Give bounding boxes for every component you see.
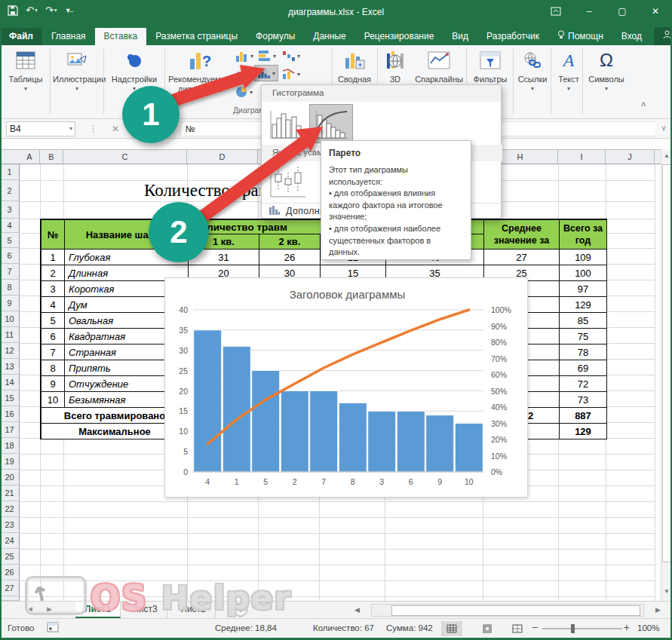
ribbon-tab-6[interactable]: Данные	[304, 28, 354, 45]
pareto-chart-thumbnail[interactable]	[310, 105, 352, 142]
sheet-tab-Лист2[interactable]: Лист2	[172, 602, 216, 618]
row-header-19[interactable]: 19	[0, 454, 20, 470]
ribbon-tab-8[interactable]: Вид	[443, 28, 477, 45]
horizontal-scrollbar[interactable]: ◀ ▶	[354, 604, 661, 617]
row-header-20[interactable]: 20	[0, 470, 20, 485]
column-header-I[interactable]: I	[558, 150, 606, 164]
row-header-17[interactable]: 17	[0, 422, 20, 438]
insert-column-chart-button[interactable]: ▾	[235, 50, 253, 62]
row-header-26[interactable]: 26	[0, 565, 20, 580]
sparklines-button[interactable]: Спарклайны	[413, 47, 465, 84]
row-header-10[interactable]: 10	[0, 311, 20, 327]
map-3d-button[interactable]: 3D	[379, 47, 412, 84]
links-button[interactable]: Ссылки▾	[516, 47, 549, 92]
sheet-tab-Лист3[interactable]: Лист3	[124, 602, 167, 618]
table-cell-n-row8: 8	[41, 360, 65, 376]
ribbon-tab-1[interactable]: Файл	[0, 28, 42, 45]
macro-record-icon[interactable]	[47, 622, 59, 634]
ribbon-tab-12[interactable]: Общий доступ	[654, 27, 672, 45]
column-header-J[interactable]: J	[606, 150, 655, 164]
row-header-21[interactable]: 21	[0, 485, 20, 501]
zoom-in-icon[interactable]: +	[624, 621, 630, 633]
pareto-chart[interactable]: 05101520253035400%10%20%30%40%50%60%70%8…	[164, 277, 528, 498]
ribbon-tab-label: Вставка	[104, 31, 138, 41]
page-layout-view-button[interactable]	[477, 621, 498, 636]
page-break-view-button[interactable]	[507, 621, 528, 636]
ribbon-display-options-icon[interactable]	[539, 0, 572, 23]
illustrations-button[interactable]: Иллюстрации▾	[53, 47, 101, 92]
svg-text:8: 8	[351, 477, 355, 486]
scroll-right-icon[interactable]: ▶	[655, 606, 661, 614]
ribbon-tab-11[interactable]: Вход	[612, 28, 651, 45]
ribbon-tab-5[interactable]: Формулы	[247, 28, 304, 45]
scroll-down-icon[interactable]: ▼	[664, 588, 670, 595]
row-header-24[interactable]: 24	[0, 533, 20, 549]
scroll-up-icon[interactable]: ▲	[664, 152, 670, 159]
tab-nav-left-icon[interactable]: ◀	[27, 605, 32, 613]
row-header-13[interactable]: 13	[0, 359, 20, 375]
row-header-5[interactable]: 5	[0, 233, 20, 248]
zoom-track[interactable]	[542, 628, 622, 629]
row-header-7[interactable]: 7	[0, 264, 20, 280]
row-header-15[interactable]: 15	[0, 390, 20, 406]
filters-button[interactable]: Фильтры	[469, 47, 511, 84]
add-sheet-button[interactable]: +	[234, 603, 247, 617]
scroll-left-icon[interactable]: ◀	[354, 606, 360, 614]
horizontal-scroll-track[interactable]	[371, 604, 644, 617]
zoom-handle[interactable]	[571, 624, 575, 633]
row-header-16[interactable]: 16	[0, 406, 20, 422]
row-header-1[interactable]: 1	[0, 164, 20, 180]
row-header-23[interactable]: 23	[0, 517, 20, 533]
row-header-6[interactable]: 6	[0, 248, 20, 264]
row-header-3[interactable]: 3	[0, 201, 20, 219]
ribbon-tab-7[interactable]: Рецензирование	[355, 28, 443, 45]
insert-combo-chart-button[interactable]: ▾	[282, 68, 300, 80]
row-header-27[interactable]: 27	[0, 580, 20, 596]
insert-pie-chart-button[interactable]: ▾	[235, 86, 253, 98]
column-header-B[interactable]: B	[40, 150, 63, 164]
expand-formula-bar-icon[interactable]: ˅	[655, 124, 672, 133]
pivot-chart-button[interactable]: Сводная	[335, 47, 374, 84]
sheet-tab-Лист1[interactable]: Лист1	[75, 602, 121, 618]
insert-waterfall-chart-button[interactable]: ▾	[282, 50, 300, 62]
row-header-4[interactable]: 4	[0, 219, 20, 233]
histogram-chart-thumbnail[interactable]	[266, 105, 308, 142]
row-header-22[interactable]: 22	[0, 501, 20, 517]
tab-nav-right-icon[interactable]: ▶	[47, 605, 52, 613]
recommended-charts-button[interactable]: ? Рекомендуемые диаграммы	[167, 47, 232, 94]
row-header-14[interactable]: 14	[0, 375, 20, 390]
ribbon-tab-2[interactable]: Главная	[42, 28, 95, 45]
ribbon-tab-4[interactable]: Разметка страницы	[146, 28, 247, 45]
name-box-caret-icon[interactable]: ▾	[69, 125, 72, 132]
row-header-25[interactable]: 25	[0, 549, 20, 565]
symbols-button[interactable]: Ω Символы▾	[585, 47, 628, 92]
omega-icon: Ω	[585, 47, 628, 73]
row-header-9[interactable]: 9	[0, 296, 20, 311]
row-header-8[interactable]: 8	[0, 280, 20, 296]
zoom-out-icon[interactable]: −	[532, 621, 538, 633]
insert-bar-chart-button[interactable]: ▾	[258, 50, 276, 62]
ribbon-tab-9[interactable]: Разработчик	[477, 28, 548, 45]
column-header-A[interactable]: A	[20, 150, 40, 164]
row-header-12[interactable]: 12	[0, 343, 20, 359]
ribbon-tab-3[interactable]: Вставка	[95, 28, 147, 45]
insert-line-chart-button[interactable]: ▾	[234, 68, 252, 80]
column-header-D[interactable]: D	[187, 150, 258, 164]
normal-view-button[interactable]	[441, 621, 462, 636]
insert-statistic-chart-button[interactable]: ▾	[255, 66, 278, 81]
cancel-icon[interactable]: ✕	[112, 124, 119, 134]
box-whisker-thumbnail[interactable]	[268, 164, 308, 200]
name-box[interactable]: B4▾	[6, 121, 75, 136]
row-header-2[interactable]: 2	[0, 180, 20, 201]
collapse-ribbon-button[interactable]: ˄	[641, 100, 646, 109]
minimize-button[interactable]: –	[572, 0, 606, 23]
close-button[interactable]: ✕	[639, 0, 672, 23]
ribbon-tab-10[interactable]: Помощн	[548, 27, 612, 45]
maximize-button[interactable]: ▢	[606, 0, 639, 23]
horizontal-scroll-thumb[interactable]	[391, 605, 640, 616]
row-header-11[interactable]: 11	[0, 327, 20, 343]
column-header-C[interactable]: C	[63, 150, 187, 164]
tables-button[interactable]: Таблицы▾	[5, 47, 47, 92]
text-button[interactable]: A Текст▾	[554, 47, 584, 92]
row-header-18[interactable]: 18	[0, 438, 20, 454]
